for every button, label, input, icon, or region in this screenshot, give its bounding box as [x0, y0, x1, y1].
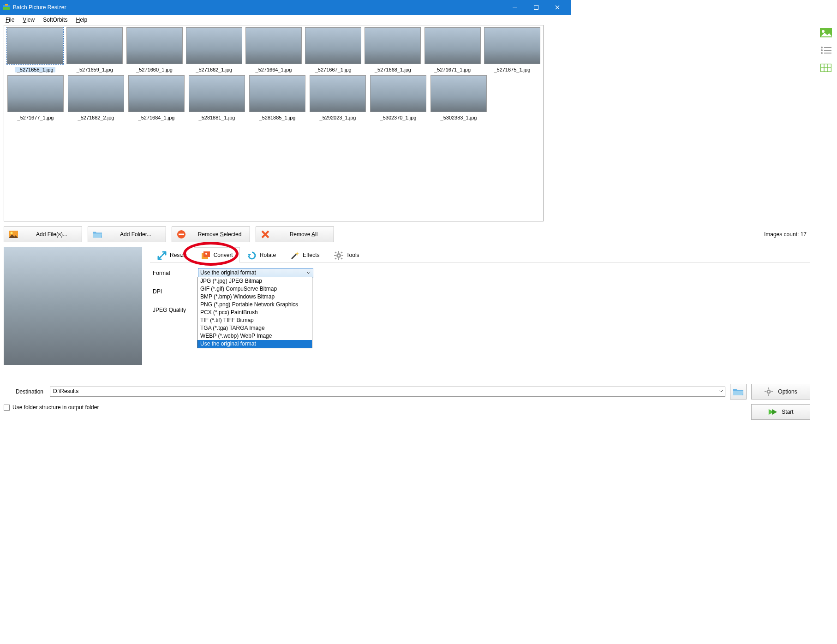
thumbnail-item[interactable]: _5281885_1.jpg [248, 75, 307, 120]
thumbnail-image [126, 27, 183, 64]
convert-icon [201, 250, 210, 260]
thumbnail-item[interactable]: _5271662_1.jpg [185, 27, 243, 72]
add-folder-button[interactable]: Add Folder... [88, 227, 166, 242]
thumbnail-item[interactable]: _5302370_1.jpg [369, 75, 428, 120]
remove-selected-button[interactable]: Remove Selected [172, 227, 250, 242]
thumbnail-item[interactable]: _5271671_1.jpg [424, 27, 482, 72]
format-dropdown[interactable]: JPG (*.jpg) JPEG BitmapGIF (*.gif) Compu… [197, 277, 312, 348]
add-files-label: Add File(s)... [26, 231, 77, 238]
preview-pane [4, 247, 147, 376]
svg-point-23 [205, 253, 207, 255]
menu-view[interactable]: View [19, 16, 38, 24]
thumbnail-image [128, 75, 185, 112]
thumbnail-grid[interactable]: _5271658_1.jpg_5271659_1.jpg_5271660_1.j… [4, 25, 544, 221]
destination-input[interactable]: D:\Results [50, 387, 571, 397]
jpeg-quality-label: JPEG Quality [153, 307, 194, 313]
format-option[interactable]: JPG (*.jpg) JPEG Bitmap [197, 277, 312, 285]
tab-convert[interactable]: Convert [194, 247, 240, 263]
tab-resize[interactable]: Resize [150, 247, 194, 263]
dpi-label: DPI [153, 288, 194, 295]
thumbnail-label: _5271662_1.jpg [194, 67, 234, 72]
app-icon [3, 4, 10, 11]
tab-resize-label: Resize [170, 252, 187, 258]
thumbnail-item[interactable]: _5271664_1.jpg [245, 27, 303, 72]
thumbnail-label: _5271667_1.jpg [313, 67, 353, 72]
svg-rect-28 [341, 255, 343, 256]
add-files-button[interactable]: Add File(s)... [4, 227, 82, 242]
svg-rect-27 [334, 255, 336, 256]
thumbnail-item[interactable]: _5302383_1.jpg [429, 75, 488, 120]
thumbnail-item[interactable]: _5292023_1.jpg [308, 75, 367, 120]
thumbnail-item[interactable]: _5271659_1.jpg [66, 27, 124, 72]
maximize-button[interactable] [526, 0, 547, 15]
thumbnail-item[interactable]: _5271682_2.jpg [66, 75, 126, 120]
window-title: Batch Picture Resizer [13, 4, 66, 11]
menu-softorbits[interactable]: SoftOrbits [39, 16, 71, 24]
thumbnail-label: _5271668_1.jpg [373, 67, 413, 72]
thumbnail-item[interactable]: _5271667_1.jpg [304, 27, 362, 72]
thumbnail-item[interactable]: _5271677_1.jpg [6, 75, 65, 120]
thumbnail-image [66, 27, 123, 64]
thumbnail-image [7, 75, 64, 112]
svg-rect-20 [179, 234, 184, 235]
folder-icon [93, 230, 102, 239]
minimize-button[interactable] [504, 0, 526, 15]
svg-rect-2 [5, 4, 8, 6]
add-folder-label: Add Folder... [110, 231, 161, 238]
thumbnail-label: _5292023_1.jpg [318, 115, 358, 120]
menu-help[interactable]: Help [72, 16, 91, 24]
thumbnail-image [7, 27, 63, 64]
thumbnail-label: _5271675_1.jpg [492, 67, 532, 72]
format-selected-value: Use the original format [200, 269, 256, 276]
thumbnail-image [245, 27, 302, 64]
thumbnail-image [68, 75, 124, 112]
use-folder-structure-label: Use folder structure in output folder [12, 404, 99, 411]
thumbnail-item[interactable]: _5271684_1.jpg [127, 75, 186, 120]
thumbnail-image [424, 27, 481, 64]
thumbnail-image [305, 27, 361, 64]
tab-tools-label: Tools [347, 252, 359, 258]
thumbnail-image [365, 27, 421, 64]
svg-rect-3 [513, 7, 517, 7]
format-option[interactable]: PCX (*.pcx) PaintBrush [197, 309, 312, 316]
svg-rect-29 [335, 251, 336, 253]
format-option[interactable]: GIF (*.gif) CompuServe Bitmap [197, 285, 312, 293]
tab-rotate-label: Rotate [260, 252, 276, 258]
thumbnail-item[interactable]: _5281881_1.jpg [187, 75, 246, 120]
thumbnail-item[interactable]: _5271658_1.jpg [6, 27, 64, 72]
gear-icon [334, 250, 343, 260]
thumbnail-label: _5281881_1.jpg [197, 115, 237, 120]
menu-file[interactable]: File [2, 16, 18, 24]
remove-all-button[interactable]: Remove All [256, 227, 334, 242]
thumbnail-item[interactable]: _5271668_1.jpg [364, 27, 422, 72]
format-option[interactable]: TGA (*.tga) TARGA Image [197, 324, 312, 332]
destination-value: D:\Results [53, 388, 78, 394]
tab-convert-label: Convert [214, 252, 233, 258]
action-row: Add File(s)... Add Folder... Remove Sele… [4, 226, 571, 243]
thumbnail-label: _5271684_1.jpg [137, 115, 177, 120]
format-label: Format [153, 270, 194, 276]
tab-rotate[interactable]: Rotate [240, 247, 283, 263]
tabstrip: Resize Convert Rotate Effects Tools [150, 247, 571, 263]
thumbnail-label: _5271677_1.jpg [16, 115, 56, 120]
thumbnail-image [249, 75, 305, 112]
svg-rect-4 [534, 6, 538, 10]
svg-point-18 [11, 232, 13, 234]
close-button[interactable] [547, 0, 568, 15]
thumbnail-item[interactable]: _5271675_1.jpg [483, 27, 541, 72]
thumbnail-image [430, 75, 487, 112]
format-option[interactable]: PNG (*.png) Portable Network Graphics [197, 301, 312, 309]
tab-effects[interactable]: Effects [283, 247, 326, 263]
thumbnail-item[interactable]: _5271660_1.jpg [125, 27, 183, 72]
format-option[interactable]: Use the original format [197, 340, 312, 348]
format-option[interactable]: WEBP (*.webp) WebP Image [197, 332, 312, 340]
thumbnail-label: _5302370_1.jpg [378, 115, 418, 120]
destination-label: Destination [4, 388, 45, 395]
tab-tools[interactable]: Tools [327, 247, 366, 263]
format-option[interactable]: BMP (*.bmp) Windows Bitmap [197, 293, 312, 301]
svg-rect-31 [341, 251, 342, 253]
svg-rect-26 [338, 258, 339, 260]
use-folder-structure-checkbox[interactable] [4, 405, 10, 411]
settings-pane: Resize Convert Rotate Effects Tools F [150, 247, 571, 376]
format-option[interactable]: TIF (*.tif) TIFF Bitmap [197, 316, 312, 324]
